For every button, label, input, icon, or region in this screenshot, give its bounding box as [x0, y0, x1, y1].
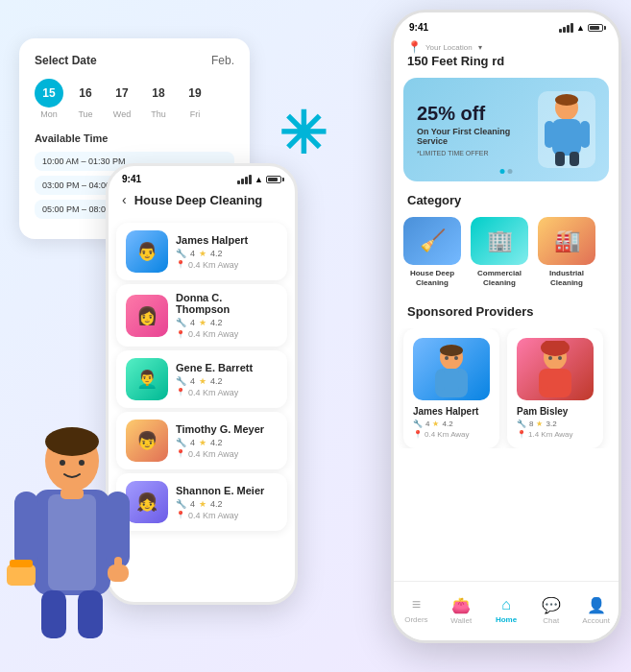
- house-cleaning-icon: 🧹: [403, 217, 461, 265]
- jobs-icon: 🔧: [176, 249, 186, 258]
- cleaner-name: Timothy G. Meyer: [176, 423, 278, 435]
- signal-bar-2: [241, 179, 244, 184]
- cal-day-num-16: 16: [71, 79, 100, 108]
- location-icon: 📍: [517, 430, 526, 439]
- account-icon: 👤: [587, 596, 606, 614]
- location-icon: 📍: [176, 260, 185, 269]
- signal-bar-2: [563, 27, 566, 33]
- chat-icon: 💬: [542, 596, 561, 614]
- nav-item-chat[interactable]: 💬 Chat: [528, 596, 573, 625]
- location-address: 150 Feet Ring rd: [407, 54, 504, 68]
- cleaner-distance: 📍 0.4 Km Away: [176, 329, 278, 339]
- dropdown-arrow-icon[interactable]: ▾: [478, 43, 482, 52]
- home-icon: ⌂: [501, 596, 511, 613]
- phone-right: 9:41 ▲ 📍 Your Location ▾ 150 Feet Ring r…: [391, 10, 621, 643]
- nav-item-orders[interactable]: ≡ Orders: [394, 596, 439, 624]
- cleaner-info: Donna C. Thompson 🔧 4 ★ 4.2 📍 0.4 Km Awa…: [176, 292, 278, 339]
- jobs-icon: 🔧: [413, 420, 423, 428]
- cleaner-distance: 📍 0.4 Km Away: [176, 388, 278, 397]
- location-icon: 📍: [413, 430, 423, 439]
- cal-day-18[interactable]: 18 Thu: [144, 79, 173, 119]
- svg-rect-35: [562, 370, 570, 391]
- category-item-industrial[interactable]: 🏭 IndustrialCleaning: [538, 217, 595, 287]
- banner-dot-2[interactable]: [508, 169, 513, 174]
- signal-bar-1: [559, 29, 562, 33]
- category-row: 🧹 House DeepCleaning 🏢 CommercialCleanin…: [394, 217, 619, 295]
- location-bar: 📍 Your Location ▾ 150 Feet Ring rd: [394, 36, 619, 74]
- jobs-icon: 🔧: [176, 318, 186, 327]
- location-pin-icon: 📍: [407, 40, 422, 54]
- nav-item-home[interactable]: ⌂ Home: [484, 596, 529, 624]
- star-icon: ★: [199, 438, 206, 447]
- commercial-cleaning-icon: 🏢: [471, 217, 528, 265]
- star-icon: ★: [199, 249, 206, 258]
- category-item-house[interactable]: 🧹 House DeepCleaning: [403, 217, 461, 287]
- list-item[interactable]: 👨 James Halpert 🔧 4 ★ 4.2 📍 0.4 Km Away: [116, 223, 287, 280]
- job-count: 4: [190, 376, 195, 386]
- sponsored-row: James Halpert 🔧 4 ★ 4.2 📍 0.4 Km Away: [394, 328, 619, 448]
- list-item[interactable]: 👧 Shannon E. Meier 🔧 4 ★ 4.2 📍 0.4 Km Aw…: [116, 473, 287, 531]
- provider-distance-pam: 📍 1.4 Km Away: [517, 430, 594, 439]
- back-arrow-icon[interactable]: ‹: [122, 192, 127, 207]
- signal-bar-1: [237, 180, 240, 184]
- left-status-icons: ▲: [237, 175, 281, 184]
- calendar-month: Feb.: [211, 54, 234, 67]
- provider-name-pam: Pam Bisley: [517, 406, 594, 417]
- home-label: Home: [496, 615, 517, 624]
- industrial-cleaning-icon: 🏭: [538, 217, 595, 265]
- promotion-banner[interactable]: 25% off On Your First Cleaning Service *…: [403, 78, 609, 181]
- nav-item-account[interactable]: 👤 Account: [573, 596, 619, 625]
- location-icon: 📍: [176, 449, 185, 458]
- star-icon: ★: [536, 420, 543, 428]
- distance-text: 0.4 Km Away: [425, 430, 470, 439]
- wifi-icon: ▲: [576, 23, 585, 33]
- calendar-header: Select Date Feb.: [35, 54, 234, 67]
- cal-day-19[interactable]: 19 Fri: [181, 79, 209, 119]
- signal-bars-icon: [559, 23, 573, 33]
- right-phone-time: 9:41: [409, 22, 428, 33]
- svg-rect-34: [541, 370, 548, 391]
- cleaner-distance: 📍 0.4 Km Away: [176, 260, 278, 270]
- signal-bar-3: [567, 25, 570, 33]
- cleaner-meta: 🔧 4 ★ 4.2: [176, 318, 278, 327]
- banner-discount: 25% off: [417, 103, 538, 125]
- category-section-title: Category: [394, 189, 619, 211]
- list-item[interactable]: 👨‍🦱 Gene E. Barrett 🔧 4 ★ 4.2 📍 0.4 Km A…: [116, 350, 287, 408]
- svg-rect-4: [14, 492, 38, 568]
- cal-day-num-19: 19: [181, 79, 209, 108]
- nav-item-wallet[interactable]: 👛 Wallet: [439, 596, 484, 625]
- cal-day-15[interactable]: 15 Mon: [35, 79, 63, 119]
- category-item-commercial[interactable]: 🏢 CommercialCleaning: [471, 217, 528, 287]
- cleaner-name: Shannon E. Meier: [176, 485, 278, 496]
- rating: 4.2: [210, 499, 223, 509]
- rating: 4.2: [210, 318, 223, 327]
- provider-card-james[interactable]: James Halpert 🔧 4 ★ 4.2 📍 0.4 Km Away: [403, 328, 499, 448]
- cal-day-16[interactable]: 16 Tue: [71, 79, 100, 119]
- distance-text: 0.4 Km Away: [188, 329, 238, 339]
- cleaner-name: James Halpert: [176, 234, 278, 246]
- provider-card-pam[interactable]: Pam Bisley 🔧 8 ★ 3.2 📍 1.4 Km Away: [507, 328, 603, 448]
- svg-point-24: [440, 345, 463, 356]
- sponsored-section-title: Sponsored Providers: [394, 300, 619, 323]
- battery-icon: [588, 24, 603, 32]
- list-item[interactable]: 👩 Donna C. Thompson 🔧 4 ★ 4.2 📍 0.4 Km A…: [116, 284, 287, 347]
- svg-rect-27: [437, 370, 445, 391]
- cal-day-17[interactable]: 17 Wed: [108, 79, 136, 119]
- cal-day-label-fri: Fri: [190, 109, 201, 119]
- cleaner-info: Gene E. Barrett 🔧 4 ★ 4.2 📍 0.4 Km Away: [176, 362, 278, 397]
- cleaner-meta: 🔧 4 ★ 4.2: [176, 376, 278, 386]
- svg-point-21: [555, 94, 578, 106]
- available-time-label: Available Time: [35, 132, 234, 144]
- location-icon: 📍: [176, 330, 185, 339]
- list-item[interactable]: 👦 Timothy G. Meyer 🔧 4 ★ 4.2 📍 0.4 Km Aw…: [116, 412, 287, 469]
- job-count: 4: [190, 318, 195, 327]
- orders-label: Orders: [404, 615, 427, 624]
- svg-rect-17: [545, 121, 554, 148]
- cat-label-house: House DeepCleaning: [410, 269, 454, 287]
- jobs-icon: 🔧: [176, 499, 186, 509]
- svg-rect-10: [41, 590, 66, 638]
- banner-dot-1[interactable]: [500, 169, 505, 174]
- jobs-icon: 🔧: [517, 420, 526, 428]
- cleaner-meta: 🔧 4 ★ 4.2: [176, 438, 278, 447]
- svg-rect-12: [61, 488, 84, 499]
